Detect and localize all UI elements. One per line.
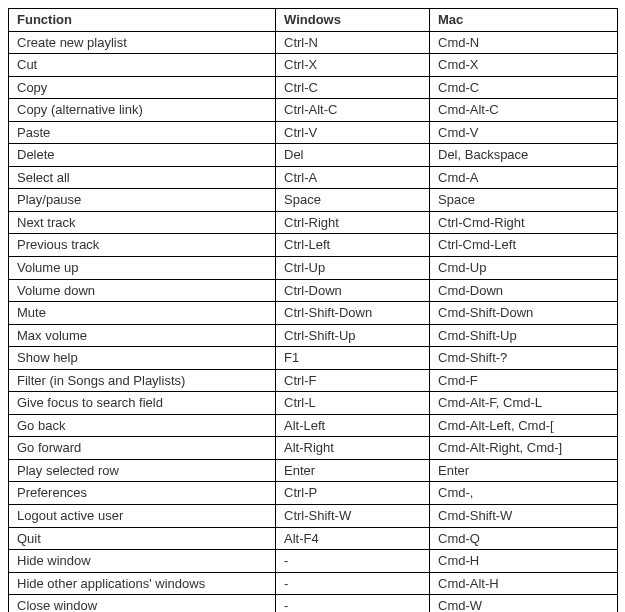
header-function: Function [9, 9, 276, 32]
table-row: Logout active userCtrl-Shift-WCmd-Shift-… [9, 505, 618, 528]
cell-windows: F1 [276, 347, 430, 370]
cell-function: Hide window [9, 550, 276, 573]
cell-function: Volume down [9, 279, 276, 302]
cell-function: Paste [9, 121, 276, 144]
cell-windows: Ctrl-Shift-W [276, 505, 430, 528]
table-row: CutCtrl-XCmd-X [9, 54, 618, 77]
table-row: Play selected rowEnterEnter [9, 459, 618, 482]
cell-function: Go back [9, 414, 276, 437]
table-row: Volume downCtrl-DownCmd-Down [9, 279, 618, 302]
table-row: CopyCtrl-CCmd-C [9, 76, 618, 99]
table-row: QuitAlt-F4Cmd-Q [9, 527, 618, 550]
table-header-row: Function Windows Mac [9, 9, 618, 32]
cell-function: Create new playlist [9, 31, 276, 54]
cell-windows: Ctrl-Shift-Up [276, 324, 430, 347]
cell-mac: Cmd-C [430, 76, 618, 99]
shortcut-table: Function Windows Mac Create new playlist… [8, 8, 618, 612]
cell-mac: Cmd-Alt-Right, Cmd-] [430, 437, 618, 460]
table-row: Create new playlistCtrl-NCmd-N [9, 31, 618, 54]
cell-windows: Ctrl-Shift-Down [276, 302, 430, 325]
cell-windows: Ctrl-X [276, 54, 430, 77]
cell-mac: Enter [430, 459, 618, 482]
table-row: MuteCtrl-Shift-DownCmd-Shift-Down [9, 302, 618, 325]
cell-windows: - [276, 595, 430, 612]
header-windows: Windows [276, 9, 430, 32]
cell-windows: - [276, 550, 430, 573]
table-row: Close window-Cmd-W [9, 595, 618, 612]
cell-function: Preferences [9, 482, 276, 505]
cell-function: Hide other applications' windows [9, 572, 276, 595]
table-row: Copy (alternative link)Ctrl-Alt-CCmd-Alt… [9, 99, 618, 122]
cell-mac: Cmd-Q [430, 527, 618, 550]
cell-function: Play/pause [9, 189, 276, 212]
cell-mac: Cmd-Shift-Up [430, 324, 618, 347]
cell-mac: Cmd-Shift-? [430, 347, 618, 370]
table-row: Volume upCtrl-UpCmd-Up [9, 257, 618, 280]
cell-function: Previous track [9, 234, 276, 257]
cell-mac: Space [430, 189, 618, 212]
cell-mac: Ctrl-Cmd-Right [430, 211, 618, 234]
table-row: Show helpF1Cmd-Shift-? [9, 347, 618, 370]
table-row: Previous trackCtrl-LeftCtrl-Cmd-Left [9, 234, 618, 257]
cell-windows: Alt-Left [276, 414, 430, 437]
cell-windows: Del [276, 144, 430, 167]
table-row: Play/pauseSpaceSpace [9, 189, 618, 212]
cell-windows: Space [276, 189, 430, 212]
table-row: Give focus to search fieldCtrl-LCmd-Alt-… [9, 392, 618, 415]
cell-function: Select all [9, 166, 276, 189]
cell-function: Max volume [9, 324, 276, 347]
cell-mac: Cmd-H [430, 550, 618, 573]
cell-mac: Cmd-Up [430, 257, 618, 280]
cell-mac: Del, Backspace [430, 144, 618, 167]
cell-function: Delete [9, 144, 276, 167]
cell-function: Go forward [9, 437, 276, 460]
cell-function: Logout active user [9, 505, 276, 528]
cell-mac: Cmd-Shift-W [430, 505, 618, 528]
cell-function: Quit [9, 527, 276, 550]
header-mac: Mac [430, 9, 618, 32]
table-row: Select allCtrl-ACmd-A [9, 166, 618, 189]
cell-windows: - [276, 572, 430, 595]
table-row: DeleteDelDel, Backspace [9, 144, 618, 167]
cell-mac: Cmd-A [430, 166, 618, 189]
cell-mac: Cmd-N [430, 31, 618, 54]
cell-mac: Cmd-, [430, 482, 618, 505]
table-row: Max volumeCtrl-Shift-UpCmd-Shift-Up [9, 324, 618, 347]
cell-mac: Cmd-Alt-Left, Cmd-[ [430, 414, 618, 437]
cell-function: Play selected row [9, 459, 276, 482]
cell-windows: Ctrl-F [276, 369, 430, 392]
cell-windows: Ctrl-Alt-C [276, 99, 430, 122]
cell-function: Next track [9, 211, 276, 234]
table-row: PasteCtrl-VCmd-V [9, 121, 618, 144]
cell-mac: Cmd-F [430, 369, 618, 392]
cell-windows: Alt-F4 [276, 527, 430, 550]
cell-windows: Ctrl-Down [276, 279, 430, 302]
cell-mac: Cmd-Alt-C [430, 99, 618, 122]
cell-windows: Ctrl-Up [276, 257, 430, 280]
cell-mac: Cmd-X [430, 54, 618, 77]
cell-function: Cut [9, 54, 276, 77]
cell-windows: Ctrl-P [276, 482, 430, 505]
cell-windows: Ctrl-Right [276, 211, 430, 234]
cell-function: Volume up [9, 257, 276, 280]
table-row: Next trackCtrl-RightCtrl-Cmd-Right [9, 211, 618, 234]
cell-mac: Cmd-W [430, 595, 618, 612]
table-row: PreferencesCtrl-PCmd-, [9, 482, 618, 505]
cell-mac: Cmd-V [430, 121, 618, 144]
cell-windows: Ctrl-C [276, 76, 430, 99]
cell-function: Copy [9, 76, 276, 99]
cell-windows: Enter [276, 459, 430, 482]
cell-function: Mute [9, 302, 276, 325]
cell-function: Filter (in Songs and Playlists) [9, 369, 276, 392]
cell-mac: Ctrl-Cmd-Left [430, 234, 618, 257]
cell-function: Copy (alternative link) [9, 99, 276, 122]
cell-windows: Alt-Right [276, 437, 430, 460]
table-row: Hide window-Cmd-H [9, 550, 618, 573]
table-row: Go backAlt-LeftCmd-Alt-Left, Cmd-[ [9, 414, 618, 437]
cell-windows: Ctrl-A [276, 166, 430, 189]
table-body: Create new playlistCtrl-NCmd-NCutCtrl-XC… [9, 31, 618, 612]
table-row: Hide other applications' windows-Cmd-Alt… [9, 572, 618, 595]
cell-function: Close window [9, 595, 276, 612]
table-row: Filter (in Songs and Playlists)Ctrl-FCmd… [9, 369, 618, 392]
cell-mac: Cmd-Alt-F, Cmd-L [430, 392, 618, 415]
